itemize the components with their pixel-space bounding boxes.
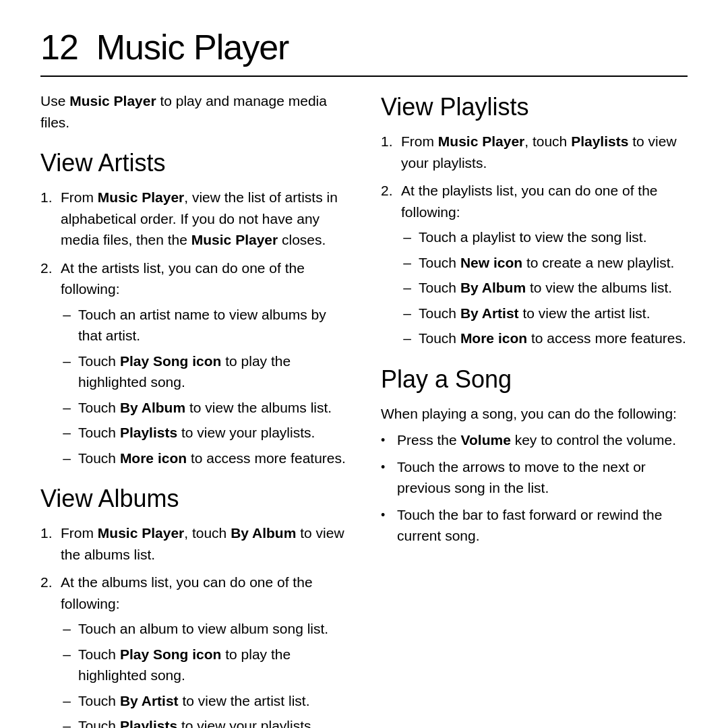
list-item: –Touch New icon to create a new playlist… [401, 252, 688, 274]
list-item: –Touch Playlists to view your playlists. [61, 422, 347, 444]
playlists-sub-list: –Touch a playlist to view the song list.… [401, 226, 688, 349]
list-item: • Touch the bar to fast forward or rewin… [381, 504, 688, 547]
intro-paragraph: Use Music Player to play and manage medi… [40, 90, 347, 133]
section-title-view-playlists: View Playlists [381, 93, 688, 121]
list-item: 2. At the artists list, you can do one o… [40, 257, 347, 473]
col-right: View Playlists 1. From Music Player, tou… [381, 90, 688, 728]
list-item: –Touch Playlists to view your playlists. [61, 715, 347, 728]
section-title-play-a-song: Play a Song [381, 365, 688, 394]
list-item: 1. From Music Player, touch Playlists to… [381, 131, 688, 173]
list-item: –Touch By Artist to view the artist list… [61, 690, 347, 712]
list-item: –Touch a playlist to view the song list. [401, 226, 688, 248]
list-item: 1. From Music Player, touch By Album to … [40, 522, 347, 565]
list-item: 1. From Music Player, view the list of a… [40, 187, 347, 251]
list-item: • Touch the arrows to move to the next o… [381, 456, 688, 499]
list-item: • Press the Volume key to control the vo… [381, 429, 688, 451]
col-left: Use Music Player to play and manage medi… [40, 90, 347, 728]
play-a-song-list: • Press the Volume key to control the vo… [381, 429, 688, 547]
list-item: –Touch By Artist to view the artist list… [401, 303, 688, 324]
view-albums-list: 1. From Music Player, touch By Album to … [40, 522, 347, 728]
view-artists-list: 1. From Music Player, view the list of a… [40, 187, 347, 473]
content-columns: Use Music Player to play and manage medi… [40, 90, 688, 728]
page-title: 12 Music Player [40, 27, 688, 67]
albums-sub-list: –Touch an album to view album song list.… [61, 618, 347, 728]
list-item: –Touch More icon to access more features… [61, 448, 347, 469]
artists-sub-list: –Touch an artist name to view albums by … [61, 304, 347, 469]
view-playlists-list: 1. From Music Player, touch Playlists to… [381, 131, 688, 353]
list-item: –Touch an artist name to view albums by … [61, 304, 347, 346]
list-item: 2. At the albums list, you can do one of… [40, 572, 347, 728]
list-item: –Touch By Album to view the albums list. [401, 277, 688, 299]
section-title-view-artists: View Artists [40, 149, 347, 177]
list-item: –Touch More icon to access more features… [401, 328, 688, 349]
list-item: –Touch an album to view album song list. [61, 618, 347, 640]
list-item: –Touch Play Song icon to play the highli… [61, 351, 347, 393]
section-title-view-albums: View Albums [40, 485, 347, 513]
list-item: –Touch By Album to view the albums list. [61, 397, 347, 419]
page-header: 12 Music Player [40, 27, 688, 77]
page: 12 Music Player Use Music Player to play… [0, 0, 728, 728]
list-item: 2. At the playlists list, you can do one… [381, 180, 688, 353]
list-item: –Touch Play Song icon to play the highli… [61, 644, 347, 686]
play-a-song-intro: When playing a song, you can do the foll… [381, 403, 688, 425]
